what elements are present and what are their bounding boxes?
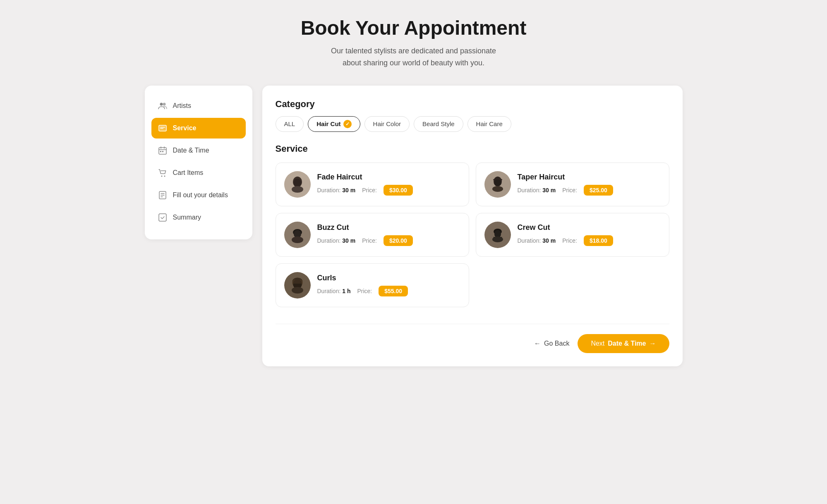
svg-rect-4 <box>160 127 165 128</box>
service-section: Service <box>276 143 669 307</box>
curls-name: Curls <box>317 274 460 282</box>
go-back-button[interactable]: ← Go Back <box>534 340 569 347</box>
sidebar-item-summary[interactable]: Summary <box>151 207 246 228</box>
taper-haircut-price: $25.00 <box>584 185 613 196</box>
svg-rect-12 <box>159 214 166 221</box>
curls-avatar <box>284 272 311 299</box>
service-card-fade-haircut[interactable]: Fade Haircut Duration: 30 m Price: $30.0… <box>276 162 469 206</box>
curls-info: Curls Duration: 1 h Price: $55.00 <box>317 274 460 296</box>
service-section-title: Service <box>276 143 669 154</box>
fade-haircut-price: $30.00 <box>384 185 413 196</box>
summary-icon <box>158 213 167 222</box>
next-btn-prefix: Next <box>591 340 604 347</box>
sidebar-item-label-artists: Artists <box>173 102 191 110</box>
next-arrow-icon: → <box>650 340 656 347</box>
svg-point-18 <box>298 179 300 183</box>
service-card-buzz-cut[interactable]: Buzz Cut Duration: 30 m Price: $20.00 <box>276 213 469 257</box>
sidebar-item-cart[interactable]: Cart Items <box>151 162 246 183</box>
tab-haircolor[interactable]: Hair Color <box>364 116 410 132</box>
curls-price: $55.00 <box>379 286 408 296</box>
buzz-cut-name: Buzz Cut <box>317 223 460 232</box>
category-tabs: ALL Hair Cut ✓ Hair Color Beard Style Ha… <box>276 116 669 132</box>
sidebar-item-label-cart: Cart Items <box>173 169 204 177</box>
haircut-check-icon: ✓ <box>343 120 352 128</box>
svg-rect-5 <box>160 128 163 129</box>
curls-meta: Duration: 1 h Price: $55.00 <box>317 286 460 296</box>
crew-cut-meta: Duration: 30 m Price: $18.00 <box>518 235 661 246</box>
next-btn-bold: Date & Time <box>608 340 646 347</box>
sidebar-item-label-details: Fill out your details <box>173 191 228 199</box>
fade-haircut-avatar <box>284 171 311 198</box>
page-header: Book Your Appointment Our talented styli… <box>8 17 819 69</box>
svg-rect-8 <box>162 151 163 152</box>
taper-haircut-meta: Duration: 30 m Price: $25.00 <box>518 185 661 196</box>
category-section: Category ALL Hair Cut ✓ Hair Color Beard… <box>276 99 669 143</box>
buzz-cut-avatar <box>284 222 311 248</box>
go-back-arrow-icon: ← <box>534 340 541 347</box>
fade-haircut-info: Fade Haircut Duration: 30 m Price: $30.0… <box>317 173 460 196</box>
taper-haircut-avatar <box>484 171 511 198</box>
main-layout: Artists Service <box>145 86 683 366</box>
buzz-cut-price: $20.00 <box>384 235 413 246</box>
content-panel: Category ALL Hair Cut ✓ Hair Color Beard… <box>262 86 683 366</box>
buzz-cut-info: Buzz Cut Duration: 30 m Price: $20.00 <box>317 223 460 246</box>
taper-haircut-info: Taper Haircut Duration: 30 m Price: $25.… <box>518 173 661 196</box>
tab-beardstyle[interactable]: Beard Style <box>414 116 463 132</box>
sidebar-item-service[interactable]: Service <box>151 118 246 139</box>
taper-haircut-name: Taper Haircut <box>518 173 661 182</box>
fade-haircut-meta: Duration: 30 m Price: $30.00 <box>317 185 460 196</box>
page-title: Book Your Appointment <box>8 17 819 39</box>
svg-point-22 <box>492 186 503 192</box>
next-datetime-button[interactable]: Next Date & Time → <box>578 334 669 353</box>
crew-cut-name: Crew Cut <box>518 223 661 232</box>
svg-point-9 <box>161 175 162 177</box>
tab-haircare[interactable]: Hair Care <box>467 116 511 132</box>
service-card-curls[interactable]: Curls Duration: 1 h Price: $55.00 <box>276 263 469 307</box>
category-title: Category <box>276 99 669 110</box>
svg-point-33 <box>292 287 303 294</box>
svg-point-1 <box>163 103 165 105</box>
svg-point-17 <box>295 179 297 183</box>
sidebar-item-artists[interactable]: Artists <box>151 96 246 116</box>
cart-icon <box>158 168 167 177</box>
services-grid: Fade Haircut Duration: 30 m Price: $30.0… <box>276 162 669 307</box>
details-icon <box>158 191 167 200</box>
datetime-icon <box>158 146 167 155</box>
tab-all[interactable]: ALL <box>276 116 304 132</box>
sidebar-item-label-summary: Summary <box>173 214 201 221</box>
sidebar-item-label-service: Service <box>173 124 197 132</box>
svg-point-0 <box>160 103 163 105</box>
artists-icon <box>158 101 167 110</box>
sidebar-item-details[interactable]: Fill out your details <box>151 185 246 205</box>
svg-point-10 <box>164 175 165 177</box>
svg-point-30 <box>492 236 503 242</box>
crew-cut-price: $18.00 <box>584 235 613 246</box>
sidebar-item-label-datetime: Date & Time <box>173 147 209 154</box>
svg-point-26 <box>292 236 303 243</box>
tab-haircut[interactable]: Hair Cut ✓ <box>308 116 360 132</box>
svg-point-16 <box>292 186 303 193</box>
sidebar: Artists Service <box>145 86 252 239</box>
svg-rect-7 <box>160 151 161 152</box>
svg-point-15 <box>294 179 301 187</box>
panel-footer: ← Go Back Next Date & Time → <box>276 324 669 353</box>
buzz-cut-meta: Duration: 30 m Price: $20.00 <box>317 235 460 246</box>
crew-cut-avatar <box>484 222 511 248</box>
service-card-taper-haircut[interactable]: Taper Haircut Duration: 30 m Price: $25.… <box>476 162 669 206</box>
sidebar-item-datetime[interactable]: Date & Time <box>151 140 246 161</box>
fade-haircut-name: Fade Haircut <box>317 173 460 182</box>
crew-cut-info: Crew Cut Duration: 30 m Price: $18.00 <box>518 223 661 246</box>
page-subtitle: Our talented stylists are dedicated and … <box>8 45 819 69</box>
service-icon <box>158 124 167 133</box>
service-card-crew-cut[interactable]: Crew Cut Duration: 30 m Price: $18.00 <box>476 213 669 257</box>
